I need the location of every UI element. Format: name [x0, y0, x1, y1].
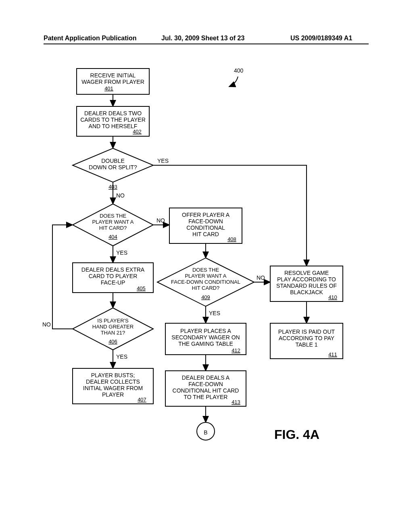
- connector-b: B: [197, 422, 215, 440]
- svg-text:PLAYER BUSTS;: PLAYER BUSTS;: [91, 372, 135, 378]
- node-411: PLAYER IS PAID OUT ACCORDING TO PAY TABL…: [270, 323, 343, 359]
- header-left: Patent Application Publication: [44, 35, 137, 42]
- svg-text:411: 411: [328, 351, 337, 357]
- svg-text:ACCORDING TO PAY: ACCORDING TO PAY: [279, 335, 335, 341]
- svg-text:413: 413: [232, 399, 240, 405]
- node-409: DOES THE PLAYER WANT A FACE-DOWN CONDITI…: [157, 258, 254, 306]
- svg-text:DOES THE: DOES THE: [100, 213, 127, 219]
- svg-text:412: 412: [232, 347, 240, 353]
- svg-text:DOES THE: DOES THE: [192, 267, 219, 273]
- label-406-no: NO: [42, 321, 51, 328]
- svg-text:BLACKJACK: BLACKJACK: [290, 289, 323, 295]
- svg-text:402: 402: [133, 129, 142, 135]
- header-center: Jul. 30, 2009 Sheet 13 of 23: [161, 35, 244, 42]
- header-right: US 2009/0189349 A1: [290, 35, 352, 42]
- svg-text:FACE-DOWN: FACE-DOWN: [188, 381, 223, 387]
- header-rule: [44, 44, 369, 44]
- svg-text:PLAYER PLACES A: PLAYER PLACES A: [180, 328, 231, 334]
- svg-text:TABLE 1: TABLE 1: [296, 341, 318, 348]
- label-409-no: NO: [257, 274, 265, 281]
- label-404-yes: YES: [116, 249, 127, 256]
- svg-text:DOUBLE: DOUBLE: [101, 158, 125, 164]
- patent-page: Patent Application Publication Jul. 30, …: [0, 0, 413, 532]
- label-403-no: NO: [116, 192, 125, 199]
- svg-text:FACE-DOWN CONDITIONAL: FACE-DOWN CONDITIONAL: [171, 279, 240, 285]
- figure-label: FIG. 4A: [274, 427, 319, 442]
- svg-text:HAND GREATER: HAND GREATER: [92, 324, 133, 330]
- svg-text:CARD TO PLAYER: CARD TO PLAYER: [89, 273, 138, 279]
- label-409-yes: YES: [209, 310, 220, 316]
- label-403-yes: YES: [157, 158, 169, 164]
- svg-text:407: 407: [138, 397, 146, 403]
- svg-text:THAN 21?: THAN 21?: [101, 330, 125, 336]
- svg-text:406: 406: [108, 339, 117, 345]
- ref-arrow: [229, 77, 238, 87]
- svg-text:CONDITIONAL HIT CARD: CONDITIONAL HIT CARD: [173, 387, 239, 394]
- svg-text:401: 401: [104, 85, 113, 91]
- svg-text:SECONDARY WAGER ON: SECONDARY WAGER ON: [171, 334, 240, 341]
- svg-text:DEALER DEALS A: DEALER DEALS A: [182, 374, 230, 381]
- node-405: DEALER DEALS EXTRA CARD TO PLAYER FACE-U…: [73, 263, 153, 293]
- svg-text:PLAYER IS PAID OUT: PLAYER IS PAID OUT: [278, 328, 335, 335]
- node-404: DOES THE PLAYER WANT A HIT CARD? 404: [73, 204, 153, 246]
- svg-text:RESOLVE GAME: RESOLVE GAME: [284, 270, 329, 276]
- svg-text:410: 410: [328, 294, 337, 300]
- node-407: PLAYER BUSTS; DEALER COLLECTS INITIAL WA…: [73, 368, 153, 404]
- svg-text:DEALER DEALS EXTRA: DEALER DEALS EXTRA: [81, 266, 145, 273]
- svg-text:CONDITIONAL: CONDITIONAL: [186, 224, 225, 231]
- svg-text:TO THE PLAYER: TO THE PLAYER: [184, 394, 228, 400]
- ref-400: 400: [234, 67, 244, 74]
- svg-text:WAGER FROM PLAYER: WAGER FROM PLAYER: [81, 79, 144, 85]
- svg-text:PLAYER WANT A: PLAYER WANT A: [92, 219, 133, 225]
- svg-text:CARDS TO THE PLAYER: CARDS TO THE PLAYER: [80, 116, 146, 123]
- svg-text:409: 409: [201, 294, 210, 300]
- svg-text:FACE-DOWN: FACE-DOWN: [188, 218, 223, 224]
- flowchart-svg: 400 RECEIVE INITIAL WAGER FROM PLAYER 40…: [36, 64, 375, 492]
- svg-text:DEALER COLLECTS: DEALER COLLECTS: [86, 378, 140, 385]
- svg-text:B: B: [204, 429, 207, 436]
- svg-text:PLAYER WANT A: PLAYER WANT A: [185, 273, 226, 279]
- svg-text:PLAYER: PLAYER: [102, 391, 124, 398]
- node-402: DEALER DEALS TWO CARDS TO THE PLAYER AND…: [77, 106, 149, 136]
- label-406-yes: YES: [116, 353, 127, 360]
- svg-text:404: 404: [108, 234, 117, 240]
- node-406: IS PLAYER'S HAND GREATER THAN 21? 406: [73, 308, 153, 350]
- node-413: DEALER DEALS A FACE-DOWN CONDITIONAL HIT…: [165, 371, 246, 406]
- svg-text:408: 408: [227, 236, 236, 242]
- svg-text:AND TO HERSELF: AND TO HERSELF: [89, 123, 138, 129]
- svg-text:IS PLAYER'S: IS PLAYER'S: [97, 318, 129, 324]
- svg-text:405: 405: [137, 285, 146, 291]
- node-401: RECEIVE INITIAL WAGER FROM PLAYER 401: [77, 69, 149, 94]
- svg-text:DEALER DEALS TWO: DEALER DEALS TWO: [84, 110, 142, 116]
- node-412: PLAYER PLACES A SECONDARY WAGER ON THE G…: [165, 323, 246, 355]
- label-404-no: NO: [156, 217, 165, 224]
- svg-text:PLAY ACCORDING TO: PLAY ACCORDING TO: [277, 276, 336, 283]
- arrow-406-404: [52, 225, 73, 329]
- svg-text:HIT CARD: HIT CARD: [192, 231, 219, 237]
- svg-text:DOWN OR SPLIT?: DOWN OR SPLIT?: [89, 164, 137, 170]
- svg-text:HIT CARD?: HIT CARD?: [99, 225, 127, 231]
- svg-text:HIT CARD?: HIT CARD?: [192, 285, 219, 291]
- svg-text:STANDARD RULES OF: STANDARD RULES OF: [276, 283, 337, 289]
- node-410: RESOLVE GAME PLAY ACCORDING TO STANDARD …: [270, 266, 343, 301]
- svg-text:OFFER PLAYER A: OFFER PLAYER A: [182, 212, 230, 218]
- svg-text:THE GAMING TABLE: THE GAMING TABLE: [178, 341, 233, 347]
- svg-text:FACE-UP: FACE-UP: [101, 279, 125, 286]
- svg-text:RECEIVE INITIAL: RECEIVE INITIAL: [90, 72, 136, 79]
- node-408: OFFER PLAYER A FACE-DOWN CONDITIONAL HIT…: [169, 208, 242, 243]
- svg-text:INITIAL WAGER FROM: INITIAL WAGER FROM: [83, 385, 143, 391]
